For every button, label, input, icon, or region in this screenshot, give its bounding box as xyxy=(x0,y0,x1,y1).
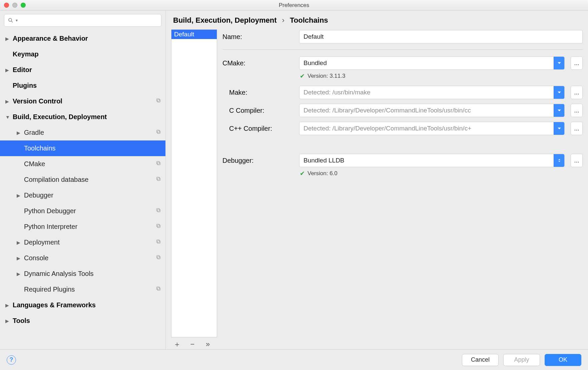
debugger-browse-button[interactable]: ... xyxy=(571,154,583,167)
tree-item-required-plugins[interactable]: Required Plugins xyxy=(0,282,165,297)
name-label: Name: xyxy=(222,33,293,41)
tree-item-debugger[interactable]: ▶Debugger xyxy=(0,188,165,203)
tree-item-keymap[interactable]: Keymap xyxy=(0,46,165,62)
tree-item-tools[interactable]: ▶Tools xyxy=(0,313,165,329)
tree-item-label: Tools xyxy=(13,317,161,325)
cxx-combo[interactable]: Detected: /Library/Developer/CommandLine… xyxy=(299,122,565,135)
project-scope-icon xyxy=(155,129,161,136)
disclosure-open-icon[interactable]: ▼ xyxy=(5,114,13,120)
cc-label: C Compiler: xyxy=(222,107,293,114)
tree-item-label: Required Plugins xyxy=(24,286,155,293)
disclosure-closed-icon[interactable]: ▶ xyxy=(5,99,13,104)
tree-item-editor[interactable]: ▶Editor xyxy=(0,62,165,78)
disclosure-closed-icon[interactable]: ▶ xyxy=(5,67,13,73)
cmake-value: Bundled xyxy=(300,59,554,67)
cxx-browse-button[interactable]: ... xyxy=(571,122,583,135)
ok-button[interactable]: OK xyxy=(545,354,581,366)
tree-item-appearance-behavior[interactable]: ▶Appearance & Behavior xyxy=(0,31,165,46)
tree-item-console[interactable]: ▶Console xyxy=(0,250,165,266)
disclosure-closed-icon[interactable]: ▶ xyxy=(17,271,24,277)
tree-item-deployment[interactable]: ▶Deployment xyxy=(0,235,165,250)
breadcrumb-root[interactable]: Build, Execution, Deployment xyxy=(173,16,276,24)
main-panel: Build, Execution, Deployment › Toolchain… xyxy=(166,11,588,349)
svg-rect-12 xyxy=(157,225,160,228)
disclosure-closed-icon[interactable]: ▶ xyxy=(17,130,24,135)
cc-browse-button[interactable]: ... xyxy=(571,104,583,117)
disclosure-closed-icon[interactable]: ▶ xyxy=(17,240,24,245)
chevron-down-icon xyxy=(554,104,564,117)
toolchain-list-column: Default ＋ − » xyxy=(171,29,217,349)
svg-rect-13 xyxy=(157,224,159,227)
cmake-combo[interactable]: Bundled xyxy=(299,56,565,70)
svg-rect-6 xyxy=(157,162,160,165)
disclosure-closed-icon[interactable]: ▶ xyxy=(5,318,13,324)
tree-item-label: Dynamic Analysis Tools xyxy=(24,270,161,278)
project-scope-icon xyxy=(155,160,161,168)
window-title: Preferences xyxy=(0,2,588,9)
disclosure-closed-icon[interactable]: ▶ xyxy=(5,36,13,41)
toolchain-list[interactable]: Default xyxy=(171,29,217,337)
tree-item-label: Debugger xyxy=(24,192,161,199)
tree-item-plugins[interactable]: Plugins xyxy=(0,78,165,93)
sidebar-search[interactable]: ▾ xyxy=(4,14,161,27)
cmake-browse-button[interactable]: ... xyxy=(571,56,583,70)
disclosure-closed-icon[interactable]: ▶ xyxy=(17,256,24,261)
tree-item-label: Editor xyxy=(13,66,161,74)
project-scope-icon xyxy=(155,176,161,183)
tree-item-label: Gradle xyxy=(24,129,155,136)
preferences-sidebar: ▾ ▶Appearance & BehaviorKeymap▶EditorPlu… xyxy=(0,11,166,349)
cc-combo[interactable]: Detected: /Library/Developer/CommandLine… xyxy=(299,104,565,117)
tree-item-label: Compilation database xyxy=(24,176,155,183)
project-scope-icon xyxy=(155,207,161,215)
remove-toolchain-button[interactable]: − xyxy=(188,340,196,349)
tree-item-toolchains[interactable]: Toolchains xyxy=(0,140,165,156)
tree-item-cmake[interactable]: CMake xyxy=(0,156,165,172)
name-input[interactable] xyxy=(299,30,583,43)
make-label: Make: xyxy=(222,89,293,96)
tree-item-languages-frameworks[interactable]: ▶Languages & Frameworks xyxy=(0,297,165,313)
make-placeholder: Detected: /usr/bin/make xyxy=(300,89,554,96)
debugger-label: Debugger: xyxy=(222,157,293,164)
stepper-icon xyxy=(554,154,564,167)
tree-item-label: Languages & Frameworks xyxy=(13,301,161,309)
tree-item-compilation-database[interactable]: Compilation database xyxy=(0,172,165,188)
search-dropdown-icon[interactable]: ▾ xyxy=(16,18,18,23)
project-scope-icon xyxy=(155,239,161,246)
tree-item-label: Console xyxy=(24,254,155,262)
make-browse-button[interactable]: ... xyxy=(571,86,583,99)
tree-item-version-control[interactable]: ▶Version Control xyxy=(0,93,165,109)
tree-item-label: CMake xyxy=(24,160,155,168)
toolchain-list-item[interactable]: Default xyxy=(171,30,217,39)
add-toolchain-button[interactable]: ＋ xyxy=(173,339,181,349)
svg-rect-9 xyxy=(157,177,159,180)
cmake-status: ✔ Version: 3.11.3 xyxy=(222,72,583,80)
svg-point-0 xyxy=(9,18,12,21)
help-button[interactable]: ? xyxy=(7,355,16,365)
titlebar: Preferences xyxy=(0,0,588,11)
tree-item-gradle[interactable]: ▶Gradle xyxy=(0,125,165,140)
make-combo[interactable]: Detected: /usr/bin/make xyxy=(299,86,565,99)
sidebar-search-input[interactable] xyxy=(20,17,158,24)
chevron-down-icon xyxy=(554,57,564,69)
apply-button[interactable]: Apply xyxy=(503,354,540,366)
disclosure-closed-icon[interactable]: ▶ xyxy=(17,193,24,198)
search-icon xyxy=(8,17,14,23)
tree-item-build-execution-deployment[interactable]: ▼Build, Execution, Deployment xyxy=(0,109,165,125)
svg-rect-17 xyxy=(157,256,159,258)
tree-item-dynamic-analysis-tools[interactable]: ▶Dynamic Analysis Tools xyxy=(0,266,165,282)
disclosure-closed-icon[interactable]: ▶ xyxy=(5,303,13,308)
tree-item-label: Python Debugger xyxy=(24,207,155,215)
svg-rect-2 xyxy=(157,99,160,102)
svg-rect-5 xyxy=(157,130,159,133)
preferences-tree: ▶Appearance & BehaviorKeymap▶EditorPlugi… xyxy=(0,29,165,349)
chevron-down-icon xyxy=(554,122,564,135)
cancel-button[interactable]: Cancel xyxy=(462,354,499,366)
tree-item-python-interpreter[interactable]: Python Interpreter xyxy=(0,219,165,235)
more-toolchain-button[interactable]: » xyxy=(204,340,212,349)
chevron-right-icon: › xyxy=(282,16,284,24)
tree-item-python-debugger[interactable]: Python Debugger xyxy=(0,203,165,219)
debugger-combo[interactable]: Bundled LLDB xyxy=(299,154,565,167)
project-scope-icon xyxy=(155,286,161,293)
svg-rect-11 xyxy=(157,209,159,211)
svg-rect-16 xyxy=(157,256,160,259)
